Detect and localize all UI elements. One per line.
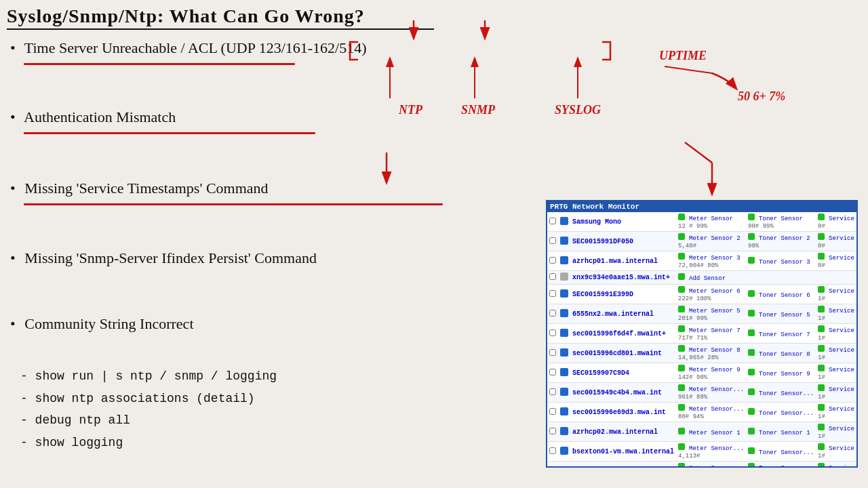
sensor-3-name: Service Sens... (829, 235, 858, 242)
sensor-2-name: Toner Sensor 5 (759, 312, 810, 319)
status-icon (818, 286, 825, 293)
status-icon (748, 329, 755, 336)
device-icon (558, 271, 570, 285)
bullet-5-text: Community String Incorrect (24, 315, 193, 332)
device-name: SEC0159907C9D4 (570, 363, 676, 383)
device-icon (558, 285, 570, 304)
sensor-1: Meter Sensor 6222# 100% (676, 285, 746, 304)
row-checkbox[interactable] (547, 212, 558, 232)
sensor-2-name: Toner Sensor 1 (759, 430, 810, 436)
status-icon (678, 253, 685, 260)
sensor-2: Toner Sensor 9 (746, 363, 816, 383)
sensor-2-val: 90# 99% (748, 223, 774, 230)
sensor-1-name: Meter Sensor 1 (689, 430, 741, 436)
table-row: sec0015996f6d4f.mwaint+ Meter Sensor 771… (547, 324, 858, 344)
sensor-1-name: Meter Sensor 5 (689, 308, 741, 314)
row-checkbox[interactable] (547, 363, 558, 383)
sensor-3: Service Sensor0# (816, 212, 858, 232)
sensor-1: Meter Sensor...961# 88% (676, 383, 746, 403)
sensor-3: Service Sens...0# (816, 232, 858, 251)
sensor-1-name: Add Sensor (689, 275, 726, 282)
sensor-1-name: Meter Sensor... (689, 465, 744, 468)
sensor-1-val: 14,965# 28% (678, 354, 718, 361)
device-name: sec0015996f6d4f.mwaint+ (570, 324, 676, 344)
sensor-1-val: 12 # 99% (678, 223, 707, 230)
device-icon (558, 232, 570, 251)
row-checkbox[interactable] (547, 271, 558, 285)
sensor-3: Service Sens...1# (816, 383, 858, 403)
bullet-1: • Time Server Unreachable / ACL (UDP 123… (10, 39, 367, 57)
device-icon (558, 442, 570, 462)
sensor-2-name: Toner Sensor... (759, 465, 814, 468)
sensor-2-name: Toner Sensor... (759, 390, 814, 397)
sensor-3-name: Service Sens... (829, 327, 858, 334)
sensor-3: Service Sens...1# (816, 422, 858, 442)
sensor-1-val: 222# 100% (678, 296, 711, 302)
sensor-1-val: 5,48# (678, 243, 696, 249)
status-icon (818, 214, 825, 220)
row-checkbox[interactable] (547, 324, 558, 344)
sensor-1-val: 4,113# (678, 453, 700, 460)
sensor-1-name: Meter Sensor 3 (689, 255, 741, 262)
device-name: azrhcp02.mwa.internal (570, 422, 676, 442)
row-checkbox[interactable] (547, 442, 558, 462)
sensor-2-name: Toner Sensor (759, 216, 803, 222)
sensor-3-val: 0# (818, 262, 825, 269)
status-icon (748, 369, 755, 375)
sensor-3-val: 1# (818, 354, 825, 361)
row-checkbox[interactable] (547, 344, 558, 363)
sensor-1-name: Meter Sensor... (689, 406, 744, 413)
sensor-2: Toner Sensor 5 (746, 304, 816, 324)
status-icon (818, 384, 825, 391)
sensor-2: Toner Sensor... (746, 403, 816, 422)
sensor-3: Service Sens...1# (816, 403, 858, 422)
row-checkbox[interactable] (547, 304, 558, 324)
status-icon (818, 424, 825, 430)
status-icon (748, 233, 755, 240)
table-row: SEC0159907C9D4 Meter Sensor 9142# 98% To… (547, 363, 858, 383)
status-icon (818, 365, 825, 371)
row-checkbox[interactable] (547, 285, 558, 304)
sensor-2: Toner Sensor... (746, 442, 816, 462)
sensor-1-val: 201# 99% (678, 315, 707, 322)
device-icon (558, 251, 570, 271)
row-checkbox[interactable] (547, 403, 558, 422)
sensor-1-name: Meter Sensor... (689, 445, 744, 452)
row-checkbox[interactable] (547, 383, 558, 403)
sensor-1: Meter Sensor 25,48# (676, 232, 746, 251)
status-icon (818, 463, 825, 468)
whiteboard: Syslog/Snmp/Ntp: What Can Go Wrong? • Ti… (0, 0, 868, 488)
sensor-3-name: Service Sens... (829, 347, 858, 354)
device-name: 6555nx2.mwa.internal (570, 304, 676, 324)
sensor-2: Toner Sensor 7 (746, 324, 816, 344)
sensor-2-name: Toner Sensor 7 (759, 331, 810, 338)
sensor-2: Toner Sensor 8 (746, 344, 816, 363)
sensor-1-name: Meter Sensor 8 (689, 347, 741, 354)
sensor-1-name: Meter Sensor 7 (689, 327, 741, 334)
command-3: - debug ntp all (20, 410, 277, 431)
status-icon (678, 306, 685, 312)
uptime-val: 50 6+ 7% (738, 89, 785, 104)
row-checkbox[interactable] (547, 422, 558, 442)
sensor-3-val: 0# (818, 223, 825, 230)
snmp-label: SNMP (461, 103, 495, 117)
row-checkbox[interactable] (547, 251, 558, 271)
sensor-3: Service Sens...0# (816, 462, 858, 468)
status-icon (748, 388, 755, 395)
row-checkbox[interactable] (547, 462, 558, 468)
prtg-panel: PRTG Network Monitor Samsung Mono Meter … (546, 200, 858, 468)
sensor-3-name: Service Sens... (829, 465, 858, 468)
bullet-1-text: Time Server Unreachable / ACL (UDP 123/1… (24, 39, 367, 56)
sensor-1-name: Meter Sensor 6 (689, 288, 741, 295)
sensor-1: Meter Sensor...2,569# (676, 462, 746, 468)
sensor-3-val: 1# (818, 296, 825, 302)
sensor-1: Meter Sensor 1 (676, 422, 746, 442)
sensor-3-name: Service Sens... (829, 308, 858, 314)
status-icon (818, 233, 825, 240)
row-checkbox[interactable] (547, 232, 558, 251)
table-row: sec0015996e69d3.mwa.int Meter Sensor...8… (547, 403, 858, 422)
uptime-label: UPTIME (659, 49, 707, 63)
sensor-2-name: Toner Sensor 2 (759, 235, 810, 242)
sensor-3: Service Sens...1# (816, 324, 858, 344)
status-icon (818, 345, 825, 352)
